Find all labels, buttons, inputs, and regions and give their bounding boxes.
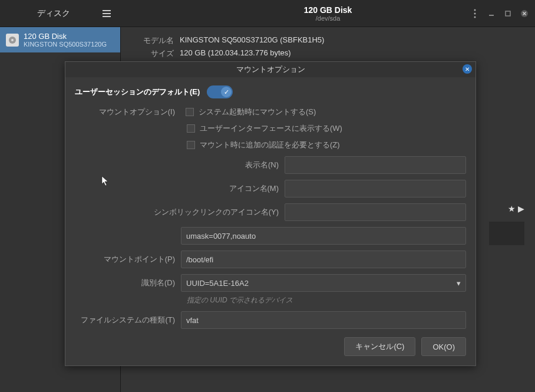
- app-name: ディスク: [37, 8, 70, 19]
- symlink-label: シンボリックリンクのアイコン名(Y): [75, 207, 285, 218]
- checkbox-ui[interactable]: [187, 124, 195, 133]
- disk-item-sub: KINGSTON SQ500S37120G: [24, 41, 107, 48]
- mount-options-label: マウントオプション(I): [75, 107, 181, 117]
- disk-item-name: 120 GB Disk: [24, 32, 107, 41]
- svg-point-0: [474, 9, 476, 11]
- display-name-input[interactable]: [285, 156, 466, 174]
- cancel-button[interactable]: キャンセル(C): [344, 337, 415, 356]
- checkbox-auth-label: マウント時に追加の認証を必要とする(Z): [200, 140, 340, 150]
- partition-strip: [489, 222, 524, 245]
- checkbox-ui-label: ユーザーインターフェースに表示する(W): [200, 123, 342, 134]
- symlink-input[interactable]: [285, 203, 466, 221]
- display-name-label: 表示名(N): [75, 160, 285, 170]
- session-default-toggle[interactable]: ✓: [207, 85, 233, 98]
- options-input[interactable]: [181, 227, 466, 245]
- icon-name-input[interactable]: [285, 180, 466, 197]
- chevron-right-icon[interactable]: ▶: [518, 204, 524, 213]
- star-icon[interactable]: ★: [508, 204, 516, 213]
- maximize-button[interactable]: [502, 8, 514, 19]
- identify-label: 識別名(D): [75, 278, 181, 288]
- titlebar: ディスク 120 GB Disk /dev/sda: [0, 0, 535, 27]
- svg-point-1: [474, 12, 476, 14]
- minimize-button[interactable]: [486, 8, 497, 19]
- identify-value: UUID=5A1E-16A2: [186, 279, 249, 288]
- mount-point-label: マウントポイント(P): [75, 254, 181, 265]
- chevron-down-icon: ▾: [457, 279, 461, 288]
- dialog-header: マウントオプション ✕: [65, 62, 475, 77]
- ok-button[interactable]: OK(O): [421, 337, 466, 356]
- prop-model-label: モデル名: [138, 35, 174, 46]
- session-default-label: ユーザーセッションのデフォルト(E): [75, 87, 200, 97]
- mount-options-dialog: マウントオプション ✕ ユーザーセッションのデフォルト(E) ✓ マウントオプシ…: [65, 61, 476, 366]
- kebab-menu-icon[interactable]: [469, 8, 481, 19]
- dialog-close-button[interactable]: ✕: [463, 64, 472, 74]
- sidebar-disk-item[interactable]: 120 GB Disk KINGSTON SQ500S37120G: [0, 27, 120, 52]
- checkbox-boot[interactable]: [186, 108, 194, 116]
- toggle-knob-icon: ✓: [221, 87, 232, 97]
- close-button[interactable]: [519, 8, 530, 19]
- identify-hint: 指定の UUID で示されるデバイス: [75, 295, 466, 305]
- svg-rect-3: [506, 11, 510, 16]
- svg-point-2: [474, 16, 476, 18]
- disk-icon: [6, 34, 19, 47]
- prop-size-value: 120 GB (120.034.123.776 bytes): [180, 48, 291, 59]
- fs-type-label: ファイルシステムの種類(T): [75, 315, 181, 325]
- fs-type-input[interactable]: [181, 311, 466, 329]
- menu-button[interactable]: [100, 6, 114, 21]
- mount-point-input[interactable]: [181, 251, 466, 268]
- prop-model-value: KINGSTON SQ500S37120G (SBFKB1H5): [180, 35, 324, 46]
- identify-select[interactable]: UUID=5A1E-16A2 ▾: [181, 274, 466, 292]
- icon-name-label: アイコン名(M): [75, 183, 285, 194]
- checkbox-boot-label: システム起動時にマウントする(S): [199, 107, 316, 117]
- prop-size-label: サイズ: [138, 48, 174, 59]
- dialog-title: マウントオプション: [236, 64, 305, 75]
- svg-point-6: [11, 39, 14, 41]
- checkbox-auth[interactable]: [187, 141, 195, 149]
